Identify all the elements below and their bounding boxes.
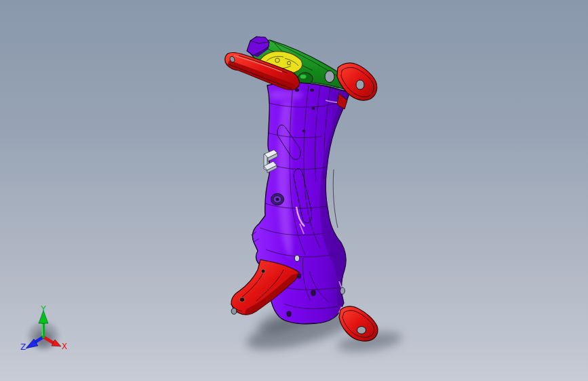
lower-right-bracket-hole: [357, 327, 366, 334]
orientation-triad: Y Z X: [20, 304, 67, 352]
model-part-lower-right-bracket[interactable]: [338, 306, 378, 341]
frame-washer-boss: [271, 194, 284, 205]
frame-hole: [311, 107, 315, 110]
lower-left-arm-hole: [239, 298, 245, 302]
model-canvas[interactable]: Y Z X: [0, 0, 588, 381]
triad-y-label: Y: [40, 304, 46, 314]
upper-right-bracket-hole: [356, 80, 364, 89]
bushing-highlight: [300, 75, 307, 79]
frame-hole: [311, 289, 316, 296]
lower-left-arm-hole: [231, 308, 237, 315]
frame-hole: [286, 310, 292, 317]
frame-hole: [310, 89, 314, 92]
frame-hole-through: [294, 255, 299, 261]
frame-hole-through: [340, 287, 345, 294]
triad-x-label: X: [62, 342, 67, 351]
crossmember-hole: [325, 71, 334, 83]
cad-viewport[interactable]: Y Z X: [0, 0, 588, 381]
model-part-upper-right-bracket[interactable]: [337, 63, 377, 109]
lower-left-arm-hole: [261, 269, 265, 273]
triad-z-label: Z: [20, 342, 26, 352]
frame-hole: [302, 129, 306, 132]
